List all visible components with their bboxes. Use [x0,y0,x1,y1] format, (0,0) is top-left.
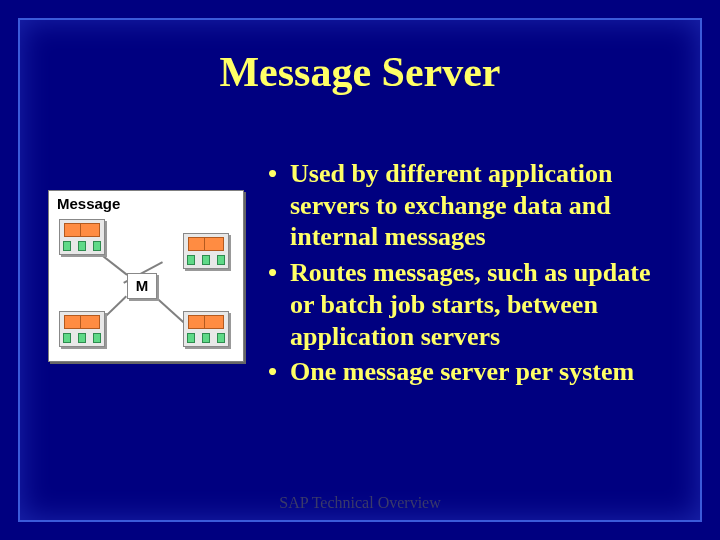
diagram-label: Message [57,195,120,212]
bullet-item: One message server per system [262,356,680,388]
message-server-node: M [127,273,157,299]
server-icon [59,311,105,347]
bullet-item: Used by different application servers to… [262,158,680,253]
message-diagram: Message M [48,190,244,362]
slide-title: Message Server [0,48,720,96]
server-icon [183,233,229,269]
bullet-list: Used by different application servers to… [262,158,680,392]
bullet-item: Routes messages, such as update or batch… [262,257,680,352]
footer-text: SAP Technical Overview [0,494,720,512]
server-icon [183,311,229,347]
server-icon [59,219,105,255]
